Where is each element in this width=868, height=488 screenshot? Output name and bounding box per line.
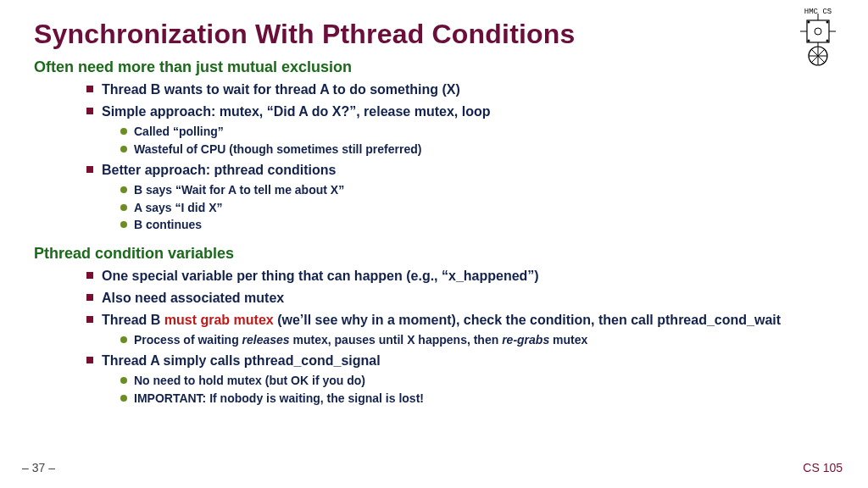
sub-text: No need to hold mutex (but OK if you do): [134, 374, 365, 387]
emphasis-italic: re-grabs: [502, 333, 549, 347]
sub-text: Called “polling”: [134, 125, 224, 138]
sub-item: Process of waiting releases mutex, pause…: [120, 333, 834, 348]
sub-list: Called “polling” Wasteful of CPU (though…: [120, 125, 834, 157]
bullet-text: Thread B wants to wait for thread A to d…: [102, 82, 460, 97]
sub-text: Process of waiting: [134, 333, 242, 347]
bullet-item: Also need associated mutex: [86, 290, 834, 307]
sub-list: Process of waiting releases mutex, pause…: [120, 333, 834, 348]
page-number: – 37 –: [22, 461, 55, 474]
svg-point-1: [815, 28, 821, 35]
svg-rect-0: [807, 20, 829, 42]
bullet-text: Also need associated mutex: [102, 291, 284, 305]
bullet-item: Thread B wants to wait for thread A to d…: [86, 81, 834, 98]
sub-text: Wasteful of CPU (though sometimes still …: [134, 142, 421, 156]
course-label: CS 105: [803, 461, 843, 474]
bullet-text: One special variable per thing that can …: [102, 269, 539, 283]
sub-item: Called “polling”: [120, 125, 834, 140]
sub-text: A says “I did X”: [134, 201, 223, 214]
sub-text: B says “Wait for A to tell me about X”: [134, 183, 344, 197]
bullet-text: Simple approach: mutex, “Did A do X?”, r…: [102, 104, 490, 119]
bullet-item: One special variable per thing that can …: [86, 268, 834, 285]
emphasis-red: must grab mutex: [164, 313, 274, 327]
bullet-text: Better approach: pthread conditions: [102, 163, 336, 177]
sub-item: No need to hold mutex (but OK if you do): [120, 374, 834, 389]
bullet-list: Thread B wants to wait for thread A to d…: [86, 81, 834, 233]
sub-text: mutex: [549, 333, 587, 347]
section-heading: Pthread condition variables: [34, 245, 834, 263]
sub-item: IMPORTANT: If nobody is waiting, the sig…: [120, 391, 834, 407]
bullet-text: Thread B: [102, 313, 164, 327]
sub-item: B continues: [120, 218, 834, 233]
bullet-item: Better approach: pthread conditions B sa…: [86, 162, 834, 233]
emphasis-italic: releases: [242, 333, 290, 347]
bullet-list: One special variable per thing that can …: [86, 268, 834, 407]
svg-point-5: [826, 40, 829, 42]
hmc-cs-logo: HMC CS: [792, 5, 844, 69]
sub-list: No need to hold mutex (but OK if you do)…: [120, 374, 834, 406]
sub-item: B says “Wait for A to tell me about X”: [120, 183, 834, 198]
bullet-text: (we’ll see why in a moment), check the c…: [274, 313, 781, 327]
svg-point-2: [808, 21, 810, 24]
bullet-text: Thread A simply calls pthread_cond_signa…: [102, 353, 381, 368]
section-heading: Often need more than just mutual exclusi…: [34, 58, 834, 76]
sub-text: IMPORTANT: If nobody is waiting, the sig…: [134, 391, 424, 405]
sub-text: B continues: [134, 218, 202, 231]
slide-title: Synchronization With Pthread Conditions: [34, 19, 834, 50]
svg-point-4: [808, 40, 810, 42]
sub-item: A says “I did X”: [120, 201, 834, 216]
svg-point-3: [826, 21, 829, 24]
bullet-item: Thread A simply calls pthread_cond_signa…: [86, 352, 834, 406]
slide: Synchronization With Pthread Conditions …: [0, 0, 868, 488]
bullet-item: Thread B must grab mutex (we’ll see why …: [86, 312, 834, 348]
sub-item: Wasteful of CPU (though sometimes still …: [120, 142, 834, 158]
bullet-item: Simple approach: mutex, “Did A do X?”, r…: [86, 103, 834, 157]
sub-text: mutex, pauses until X happens, then: [290, 333, 503, 347]
sub-list: B says “Wait for A to tell me about X” A…: [120, 183, 834, 233]
